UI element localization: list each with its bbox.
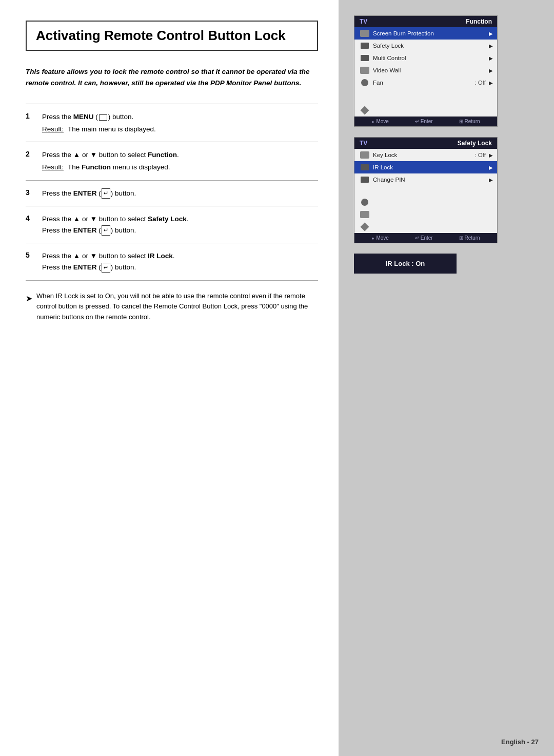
video-wall-icon-shape [360, 67, 369, 74]
step-3-content: Press the ENTER (↵) button. [42, 188, 136, 199]
panel-safety-tv-label: TV [360, 140, 367, 147]
fan-value: : Off [474, 80, 486, 86]
page-footer-text: English - 27 [501, 738, 539, 746]
panel-function-footer: ⬧ Move ↵ Enter ⊞ Return [354, 117, 497, 126]
key-lock-value: : Off [474, 152, 486, 158]
panel-safety-enter: ↵ Enter [415, 235, 433, 241]
panel-function-return: ⊞ Return [459, 119, 480, 124]
enter-icon-3: ↵ [102, 188, 110, 199]
tv-panel-function: TV Function Screen Burn Protection ▶ Saf… [354, 15, 498, 127]
fan-arrow: ▶ [489, 80, 493, 86]
panel-safety-icon-row1 [354, 196, 497, 208]
menu-item-safety-lock: Safety Lock ▶ [354, 40, 497, 52]
multi-control-icon [359, 53, 371, 63]
panel-function-tv-label: TV [360, 18, 367, 25]
key-lock-icon-shape [360, 151, 369, 159]
video-wall-label: Video Wall [373, 67, 486, 73]
step-5-number: 5 [26, 251, 38, 259]
screen-burn-icon [359, 29, 371, 38]
step-5: 5 Press the ▲ or ▼ button to select IR L… [26, 243, 318, 280]
menu-item-key-lock: Key Lock : Off ▶ [354, 149, 497, 161]
key-lock-label: Key Lock [373, 152, 474, 158]
safety-lock-icon-shape [361, 43, 369, 49]
steps-container: 1 Press the MENU () button. Result: The … [26, 104, 318, 280]
step-3-number: 3 [26, 188, 38, 197]
step-3-instruction: Press the ENTER (↵) button. [42, 188, 136, 199]
video-wall-arrow: ▶ [489, 68, 493, 73]
step-1-instruction: Press the MENU () button. [42, 111, 156, 123]
menu-item-ir-lock: IR Lock ▶ [354, 161, 497, 173]
panel-safety-icon3-shape [361, 223, 369, 231]
panel-safety-move: ⬧ Move [371, 235, 388, 241]
step-1-result-label: Result: [42, 124, 64, 135]
note-text: When IR Lock is set to On, you will not … [36, 291, 318, 323]
panel-safety-icon1-shape [361, 199, 368, 206]
panel-safety-title: Safety Lock [458, 140, 492, 147]
safety-lock-label: Safety Lock [373, 43, 486, 49]
step-2-result-text: The Function menu is displayed. [68, 162, 170, 173]
panel-safety-icon1 [359, 198, 371, 207]
page-footer: English - 27 [501, 738, 539, 746]
panel-safety-icon2 [359, 210, 371, 219]
multi-control-icon-shape [361, 55, 369, 61]
multi-control-arrow: ▶ [489, 55, 493, 61]
panel-function-spacer [354, 89, 497, 104]
panel-safety-header: TV Safety Lock [354, 138, 497, 149]
tv-panel-safety-lock: TV Safety Lock Key Lock : Off ▶ IR Lock … [354, 137, 498, 243]
ir-lock-icon [359, 163, 371, 172]
step-2-result-label: Result: [42, 162, 64, 173]
fan-icon-shape [361, 79, 368, 86]
note-arrow-icon: ➤ [26, 292, 32, 305]
step-4-instruction: Press the ▲ or ▼ button to select Safety… [42, 214, 189, 225]
panel-safety-icon2-shape [360, 211, 369, 218]
screen-burn-icon-shape [360, 30, 369, 37]
fan-icon [359, 78, 371, 87]
video-wall-icon [359, 66, 371, 75]
key-lock-arrow: ▶ [489, 152, 493, 158]
panel-safety-return: ⊞ Return [459, 235, 480, 241]
step-2-content: Press the ▲ or ▼ button to select Functi… [42, 149, 179, 172]
step-5-instruction: Press the ▲ or ▼ button to select IR Loc… [42, 250, 175, 262]
menu-item-change-pin: Change PIN ▶ [354, 173, 497, 186]
panel-function-move: ⬧ Move [371, 119, 388, 124]
panel-function-title: Function [466, 18, 492, 25]
ir-lock-arrow: ▶ [489, 165, 493, 170]
ir-lock-label: IR Lock [373, 164, 486, 170]
panel-safety-icon3 [359, 222, 371, 231]
fan-label: Fan [373, 80, 474, 86]
panel-safety-footer: ⬧ Move ↵ Enter ⊞ Return [354, 233, 497, 243]
step-1-content: Press the MENU () button. Result: The ma… [42, 111, 156, 134]
safety-lock-icon [359, 41, 371, 50]
screen-burn-arrow: ▶ [489, 31, 493, 36]
panel-function-bottom-icon-shape [361, 106, 369, 115]
sidebar: TV Function Screen Burn Protection ▶ Saf… [339, 0, 554, 756]
change-pin-icon [359, 175, 371, 184]
step-1-result-text: The main menu is displayed. [68, 124, 156, 135]
menu-icon [99, 114, 107, 121]
step-4-number: 4 [26, 214, 38, 222]
menu-item-video-wall: Video Wall ▶ [354, 64, 497, 76]
main-content: Activating Remote Control Button Lock Th… [0, 0, 339, 756]
intro-text: This feature allows you to lock the remo… [26, 66, 318, 88]
change-pin-label: Change PIN [373, 177, 486, 183]
screen-burn-label: Screen Burn Protection [373, 30, 486, 36]
panel-function-bottom-icon [359, 106, 371, 115]
note-section: ➤ When IR Lock is set to On, you will no… [26, 291, 318, 323]
step-1-result: Result: The main menu is displayed. [42, 124, 156, 135]
enter-icon-4: ↵ [102, 225, 110, 236]
safety-lock-arrow: ▶ [489, 43, 493, 49]
panel-safety-icon-row2 [354, 208, 497, 221]
step-4-content: Press the ▲ or ▼ button to select Safety… [42, 214, 189, 236]
step-2-instruction: Press the ▲ or ▼ button to select Functi… [42, 149, 179, 161]
menu-item-screen-burn: Screen Burn Protection ▶ [354, 27, 497, 40]
change-pin-arrow: ▶ [489, 177, 493, 183]
ir-lock-on-box: IR Lock : On [354, 254, 457, 274]
menu-item-fan: Fan : Off ▶ [354, 76, 497, 89]
panel-function-enter: ↵ Enter [415, 119, 433, 124]
panel-safety-icon-row3 [354, 221, 497, 233]
panel-function-header: TV Function [354, 16, 497, 27]
step-4: 4 Press the ▲ or ▼ button to select Safe… [26, 206, 318, 243]
panel-safety-spacer1 [354, 186, 497, 196]
enter-icon-5: ↵ [102, 263, 110, 273]
ir-lock-icon-shape [361, 164, 369, 170]
